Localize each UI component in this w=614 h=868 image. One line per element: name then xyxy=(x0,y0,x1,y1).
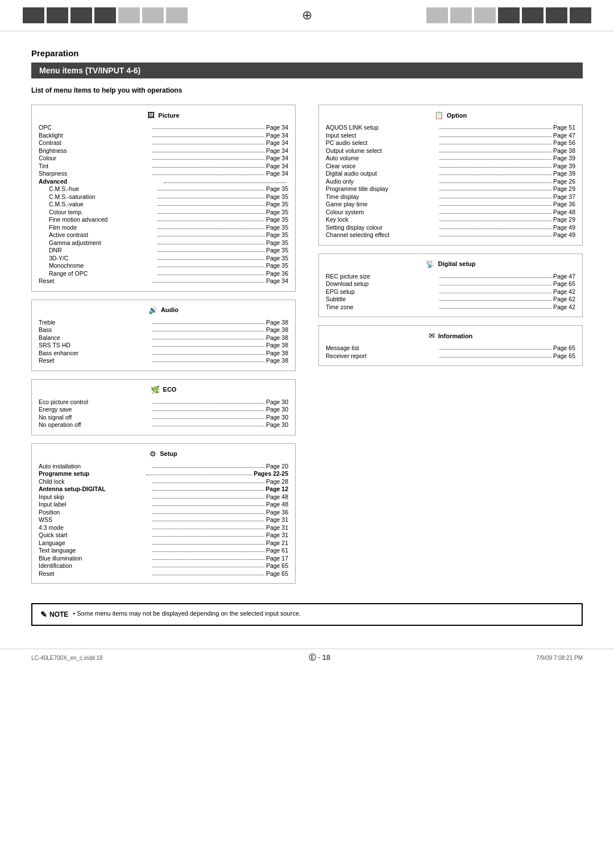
note-text: • Some menu items may not be displayed d… xyxy=(73,610,301,617)
eco-group-title: ECO xyxy=(163,386,177,393)
setup-group-title: Setup xyxy=(160,450,177,457)
picture-icon: 🖼 xyxy=(147,111,155,119)
list-item: Reset Page 65 xyxy=(39,570,288,577)
digital-setup-group-title: Digital setup xyxy=(438,260,475,267)
header-block-r6 xyxy=(546,7,567,23)
eco-icon: 🌿 xyxy=(151,385,160,394)
information-group-header: ✉ Information xyxy=(326,331,575,340)
list-item: Time zone Page 42 xyxy=(326,304,575,310)
audio-items-list: Treble Page 38 Bass Page 38 Balance Page… xyxy=(39,319,288,364)
list-item: Reset Page 38 xyxy=(39,357,288,364)
header-blocks-right xyxy=(426,7,591,23)
list-subtitle: List of menu items to help you with oper… xyxy=(31,86,583,94)
option-items-list: AQUOS LINK setup Page 51 Input select Pa… xyxy=(326,124,575,238)
header-block-6 xyxy=(142,7,164,23)
header-block-r2 xyxy=(450,7,472,23)
digital-setup-group: 📡 Digital setup REC picture size Page 47… xyxy=(318,254,583,318)
information-group-title: Information xyxy=(438,333,473,339)
audio-group-title: Audio xyxy=(161,306,179,313)
digital-setup-group-header: 📡 Digital setup xyxy=(326,260,575,268)
option-group: 📋 Option AQUOS LINK setup Page 51 Input … xyxy=(318,105,583,246)
information-icon: ✉ xyxy=(429,331,435,340)
digital-setup-icon: 📡 xyxy=(425,260,434,268)
header-block-3 xyxy=(70,7,92,23)
right-column: 📋 Option AQUOS LINK setup Page 51 Input … xyxy=(318,105,583,592)
page-title: Preparation xyxy=(31,48,583,58)
header-block-r5 xyxy=(522,7,544,23)
list-item: Reset Page 34 xyxy=(39,277,288,284)
header-bar: ⊕ xyxy=(0,0,614,31)
audio-icon: 🔊 xyxy=(148,306,157,314)
option-group-title: Option xyxy=(447,112,467,119)
setup-items-list: Auto installation Page 20 Programme setu… xyxy=(39,463,288,577)
picture-group: 🖼 Picture OPC Page 34 Backlight Page 34 xyxy=(31,105,296,292)
header-block-7 xyxy=(166,7,188,23)
note-content: Some menu items may not be displayed dep… xyxy=(77,610,301,617)
list-item: Channel selecting effect Page 49 xyxy=(326,231,575,238)
header-block-r1 xyxy=(426,7,448,23)
eco-group-header: 🌿 ECO xyxy=(39,385,288,394)
list-item: Receiver report Page 65 xyxy=(326,352,575,359)
note-label-text: NOTE xyxy=(49,610,68,618)
header-block-1 xyxy=(23,7,44,23)
list-item: No operation off Page 30 xyxy=(39,421,288,428)
digital-setup-items-list: REC picture size Page 47 Download setup … xyxy=(326,273,575,310)
note-box: ✎ NOTE • Some menu items may not be disp… xyxy=(31,603,583,626)
header-block-2 xyxy=(47,7,68,23)
header-block-4 xyxy=(94,7,116,23)
page-number: Ⓔ · 18 xyxy=(309,653,330,663)
header-block-r3 xyxy=(474,7,496,23)
option-group-header: 📋 Option xyxy=(326,111,575,119)
section-title: Menu items (TV/INPUT 4-6) xyxy=(31,63,583,78)
header-block-r7 xyxy=(570,7,591,23)
footer-date-info: 7/9/09 7:08:21 PM xyxy=(536,655,583,661)
picture-items-list: OPC Page 34 Backlight Page 34 Contrast P… xyxy=(39,124,288,284)
option-icon: 📋 xyxy=(434,111,443,119)
two-column-layout: 🖼 Picture OPC Page 34 Backlight Page 34 xyxy=(31,105,583,592)
left-column: 🖼 Picture OPC Page 34 Backlight Page 34 xyxy=(31,105,296,592)
setup-group: ⚙ Setup Auto installation Page 20 Progra… xyxy=(31,443,296,584)
audio-group-header: 🔊 Audio xyxy=(39,306,288,314)
eco-items-list: Eco picture control Page 30 Energy save … xyxy=(39,398,288,429)
main-content: Preparation Menu items (TV/INPUT 4-6) Li… xyxy=(0,31,614,643)
compass-icon: ⊕ xyxy=(302,8,312,23)
footer: LC-40LE700X_en_c.indd 18 Ⓔ · 18 7/9/09 7… xyxy=(0,649,614,666)
picture-group-title: Picture xyxy=(158,112,179,119)
header-block-5 xyxy=(118,7,140,23)
note-icon: ✎ xyxy=(40,610,47,619)
setup-icon: ⚙ xyxy=(150,450,156,458)
setup-group-header: ⚙ Setup xyxy=(39,450,288,458)
header-blocks-left xyxy=(23,7,188,23)
header-block-r4 xyxy=(498,7,520,23)
note-label: ✎ NOTE xyxy=(40,610,68,619)
information-group: ✉ Information Message list Page 65 Recei… xyxy=(318,325,583,366)
audio-group: 🔊 Audio Treble Page 38 Bass Page 38 xyxy=(31,300,296,371)
picture-group-header: 🖼 Picture xyxy=(39,111,288,119)
eco-group: 🌿 ECO Eco picture control Page 30 Energy… xyxy=(31,379,296,435)
information-items-list: Message list Page 65 Receiver report Pag… xyxy=(326,344,575,359)
footer-file-info: LC-40LE700X_en_c.indd 18 xyxy=(31,655,103,661)
